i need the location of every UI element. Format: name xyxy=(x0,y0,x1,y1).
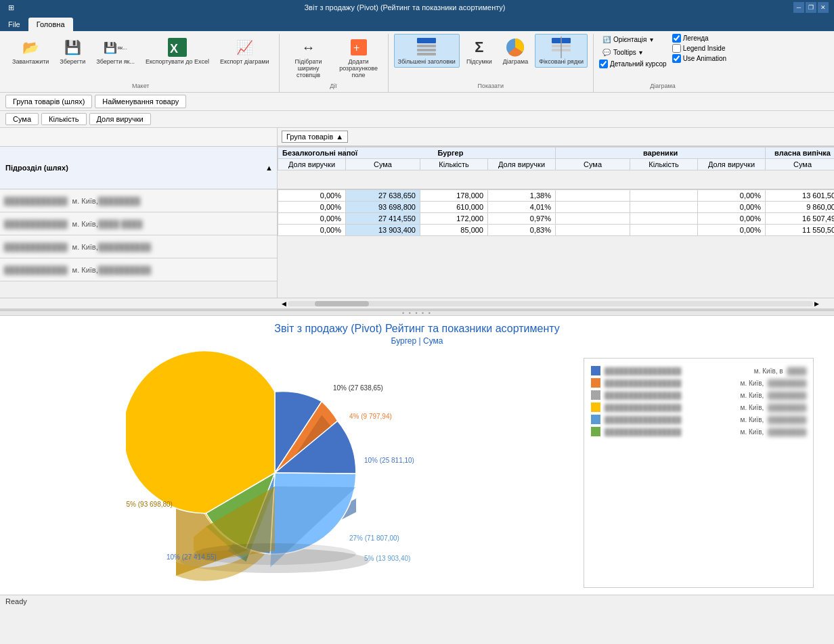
chart-title: Звіт з продажу (Pivot) Рейтинг та показн… xyxy=(0,316,834,336)
zavantazhyty-button[interactable]: 📂 Завантажити xyxy=(8,34,53,68)
cell-2-4: 4,01% xyxy=(488,202,556,213)
legend-city-3: м. Київ, xyxy=(739,392,764,399)
detalnyy-checkbox[interactable] xyxy=(599,60,608,68)
filter-dropdown[interactable]: Група товарів ▲ xyxy=(282,131,348,143)
zberehty-button[interactable]: 💾 Зберегти xyxy=(56,34,89,68)
sum-icon: Σ xyxy=(468,37,490,58)
pidsumky-button[interactable]: Σ Підсумки xyxy=(462,34,496,68)
orientaciya-label: Орієнтація xyxy=(613,36,647,43)
dodaty-pole-button[interactable]: + Додати розрахункове поле xyxy=(335,34,382,81)
tab-naymenuvanya[interactable]: Найменування товару xyxy=(95,95,186,108)
dii-buttons: ↔ Підібрати ширину стовпців + Додати роз… xyxy=(285,34,382,81)
row-header-cell: Підрозділ (шлях) ▲ xyxy=(0,147,278,189)
window-title: Звіт з продажу (Pivot) (Рейтинг та показ… xyxy=(16,3,793,12)
pokaznyky-label: Показати xyxy=(477,81,504,89)
legend-extra-2: ████████ xyxy=(768,380,806,387)
use-animation-row[interactable]: Use Animation xyxy=(672,54,726,63)
status-bar: Ready xyxy=(0,595,834,607)
detalnyy-label: Детальний курсор xyxy=(610,60,667,68)
row-city-2: м. Київ, xyxy=(70,220,98,228)
zbilsheni-button[interactable]: Збільшені заголовки xyxy=(394,34,460,68)
scroll-left-btn[interactable]: ◀ xyxy=(282,300,286,307)
legend-text-3: ████████████████ xyxy=(605,392,734,399)
row-extra-4: ██████████ xyxy=(98,266,151,274)
legend-color-4 xyxy=(591,402,600,412)
pidibr-shyryny-button[interactable]: ↔ Підібрати ширину стовпців xyxy=(285,34,332,81)
table-row-left-3: ████████████ м. Київ, ██████████ xyxy=(0,235,277,258)
legend-inside-checkbox[interactable] xyxy=(672,44,681,53)
legend-item-3: ████████████████ м. Київ, ████████ xyxy=(591,390,806,400)
zberehty-yak-label: Зберегти як... xyxy=(96,58,135,65)
export-diagrams-button[interactable]: 📈 Експорт діаграми xyxy=(216,34,273,68)
legenda-checkbox[interactable] xyxy=(672,34,681,43)
zberehty-yak-button[interactable]: 💾як... Зберегти як... xyxy=(92,34,139,68)
sort-button[interactable]: ▲ xyxy=(265,164,273,172)
ribbon: File Головна 📂 Завантажити 💾 Зберегти 💾я… xyxy=(0,15,834,93)
measure-dolya[interactable]: Доля виручки xyxy=(89,113,151,125)
pie-chart-area: 10% (27 638,65) 4% (9 797,94) 10% (25 81… xyxy=(14,351,577,595)
restore-button[interactable]: ❐ xyxy=(806,2,816,13)
cell-1-8: 13 601,50 xyxy=(766,190,835,202)
splitter[interactable]: • • • • • xyxy=(0,310,834,316)
legend-color-2 xyxy=(591,378,600,388)
save-icon: 💾 xyxy=(62,37,83,58)
tooltips-btn[interactable]: 💬 Tooltips ▾ xyxy=(599,47,667,58)
diagrama-options: 🔃 Орієнтація ▾ 💬 Tooltips ▾ Детальний ку… xyxy=(599,34,726,68)
orientaciya-btn[interactable]: 🔃 Орієнтація ▾ xyxy=(599,34,667,45)
cell-3-4: 0,97% xyxy=(488,213,556,225)
legend-inside-row[interactable]: Legend Inside xyxy=(672,44,726,53)
table-row-left-2: ████████████ м. Київ, ████ ████ xyxy=(0,212,277,235)
legend-extra-5: ████████ xyxy=(768,416,806,423)
legenda-row[interactable]: Легенда xyxy=(672,34,726,43)
measure-kilkist[interactable]: Кількість xyxy=(41,113,87,125)
use-animation-checkbox[interactable] xyxy=(672,54,681,63)
excel-icon: X xyxy=(167,37,188,58)
tab-grupa-tovariv[interactable]: Група товарів (шлях) xyxy=(5,95,92,108)
window-controls: ─ ❐ ✕ xyxy=(793,2,829,13)
legend-text-2: ████████████████ xyxy=(605,380,734,387)
pidsumky-label: Підсумки xyxy=(466,58,492,65)
svg-rect-6 xyxy=(417,49,436,51)
row-name-blurred-1: ████████████ xyxy=(4,197,68,205)
tab-file[interactable]: File xyxy=(0,18,28,31)
pie-container: 10% (27 638,65) 4% (9 797,94) 10% (25 81… xyxy=(126,351,464,595)
close-button[interactable]: ✕ xyxy=(818,2,829,13)
filter-arrow: ▲ xyxy=(336,133,343,141)
chart-legend: ████████████████ м. Київ, в ████ ███████… xyxy=(584,358,814,588)
cell-2-3: 610,000 xyxy=(420,202,488,213)
col-dolya-bezalk: Доля виручки xyxy=(278,159,346,170)
row-extra-1: ████████ xyxy=(98,197,140,205)
diagrama-label: Діаграма xyxy=(503,58,529,65)
fiksovani-button[interactable]: Фіксовані рядки xyxy=(535,34,588,68)
header-row-2: Доля виручки Сума Кількість Доля виручки… xyxy=(278,159,835,170)
svg-rect-4 xyxy=(417,38,436,43)
horizontal-scrollbar[interactable]: ◀ ▶ xyxy=(0,298,834,308)
export-excel-button[interactable]: X Експортувати до Excel xyxy=(141,34,213,68)
col-suma-var: Сума xyxy=(556,159,630,170)
scroll-track[interactable] xyxy=(288,301,813,306)
diagrama-button[interactable]: Діаграма xyxy=(499,34,533,68)
row-name-blurred-4: ████████████ xyxy=(4,266,68,274)
ribbon-content: 📂 Завантажити 💾 Зберегти 💾як... Зберегти… xyxy=(0,31,834,92)
detalnyy-checkbox-row[interactable]: Детальний курсор xyxy=(599,60,667,68)
tab-holovna[interactable]: Головна xyxy=(28,18,73,31)
legend-color-6 xyxy=(591,427,600,436)
table-row: 0,00% 27 414,550 172,000 0,97% 0,00% 16 … xyxy=(278,213,835,225)
measure-suma[interactable]: Сума xyxy=(5,113,39,125)
cell-2-1: 0,00% xyxy=(278,202,346,213)
cell-3-6 xyxy=(630,213,698,225)
scroll-right-btn[interactable]: ▶ xyxy=(814,300,819,307)
group-diagrama: 🔃 Орієнтація ▾ 💬 Tooltips ▾ Детальний ку… xyxy=(594,34,732,92)
export-diagrams-label: Експорт діаграми xyxy=(220,58,269,65)
zbilsheni-label: Збільшені заголовки xyxy=(398,58,456,65)
legend-item-5: ████████████████ м. Київ, ████████ xyxy=(591,414,806,425)
minimize-button[interactable]: ─ xyxy=(793,2,804,13)
svg-text:+: + xyxy=(353,42,359,53)
measures-row: Сума Кількість Доля виручки xyxy=(0,111,834,128)
scroll-thumb[interactable] xyxy=(315,301,369,306)
cell-4-8: 11 550,50 xyxy=(766,225,835,236)
cell-4-5 xyxy=(556,225,630,236)
col-suma-burger: Сума xyxy=(346,159,420,170)
dodaty-label: Додати розрахункове поле xyxy=(339,58,378,78)
headers-icon xyxy=(416,37,437,58)
